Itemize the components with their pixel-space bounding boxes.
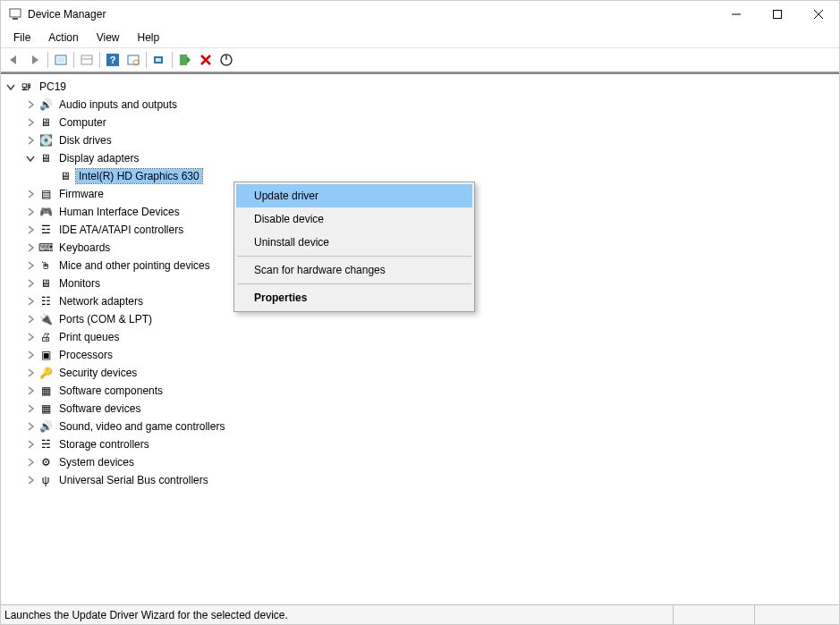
tree-category-15[interactable]: ▦Software components: [24, 382, 839, 400]
tree-category-1[interactable]: 🖥Computer: [24, 114, 839, 131]
tree-category-11[interactable]: 🔌Ports (COM & LPT): [24, 310, 839, 328]
status-text: Launches the Update Driver Wizard for th…: [4, 609, 673, 621]
menu-action[interactable]: Action: [39, 30, 87, 46]
expand-icon[interactable]: [24, 134, 37, 147]
svg-text:🖥: 🖥: [40, 152, 51, 165]
tree-root-node[interactable]: 🖳PC19: [4, 78, 839, 96]
properties-button[interactable]: [77, 50, 97, 70]
tree-category-17-label: Sound, video and game controllers: [56, 419, 227, 434]
expand-icon[interactable]: [24, 295, 37, 308]
expand-icon[interactable]: [24, 331, 37, 343]
enable-device-button[interactable]: [175, 50, 195, 70]
expand-icon[interactable]: [24, 259, 37, 272]
expand-icon[interactable]: [24, 313, 37, 325]
maximize-button[interactable]: [757, 1, 798, 28]
tree-category-17[interactable]: 🔊Sound, video and game controllers: [24, 418, 839, 435]
toolbar-separator: [47, 52, 48, 68]
minimize-button[interactable]: [716, 1, 757, 28]
expand-icon[interactable]: [24, 277, 37, 290]
window-controls: [716, 1, 839, 28]
expand-icon: [44, 170, 56, 182]
svg-text:▣: ▣: [41, 349, 51, 361]
expand-icon[interactable]: [24, 384, 37, 397]
tree-category-3-label: Display adapters: [56, 151, 141, 165]
context-scan-hardware[interactable]: Scan for hardware changes: [236, 258, 472, 282]
svg-text:☲: ☲: [41, 224, 51, 236]
tree-category-14-label: Security devices: [56, 366, 140, 380]
update-driver-button[interactable]: [149, 50, 169, 70]
show-hidden-button[interactable]: [51, 50, 71, 70]
monitor-icon: 🖥: [38, 276, 53, 291]
context-update-driver[interactable]: Update driver: [236, 184, 472, 207]
expand-icon[interactable]: [24, 402, 37, 415]
toolbar: ?: [1, 47, 839, 72]
collapse-icon[interactable]: [4, 80, 17, 93]
toolbar-separator: [99, 52, 100, 68]
tree-category-3[interactable]: 🖥Display adapters: [24, 149, 839, 167]
expand-icon[interactable]: [24, 367, 37, 379]
expand-icon[interactable]: [24, 116, 37, 129]
collapse-icon[interactable]: [24, 152, 37, 165]
tree-category-13[interactable]: ▣Processors: [24, 346, 839, 364]
expand-icon[interactable]: [24, 98, 37, 111]
tree-category-13-label: Processors: [56, 348, 115, 362]
tree-category-18-label: Storage controllers: [56, 437, 152, 452]
close-button[interactable]: [798, 1, 839, 28]
keyboard-icon: ⌨: [38, 241, 53, 255]
expand-icon[interactable]: [24, 456, 37, 469]
disable-device-button[interactable]: [216, 50, 236, 70]
statusbar: Launches the Update Driver Wizard for th…: [1, 604, 839, 624]
tree-category-20-label: Universal Serial Bus controllers: [56, 473, 211, 487]
expand-icon[interactable]: [24, 188, 37, 200]
tree-category-2[interactable]: 💽Disk drives: [24, 131, 839, 149]
svg-text:🖥: 🖥: [60, 170, 71, 182]
context-uninstall-device[interactable]: Uninstall device: [236, 231, 472, 254]
tree-category-5-label: Human Interface Devices: [56, 205, 182, 219]
svg-text:⌨: ⌨: [38, 241, 53, 254]
expand-icon[interactable]: [24, 349, 37, 361]
svg-text:🔌: 🔌: [39, 312, 53, 325]
tree-category-10-label: Network adapters: [56, 294, 146, 308]
help-button[interactable]: ?: [103, 50, 123, 70]
device-tree[interactable]: 🖳PC19🔊Audio inputs and outputs🖥Computer💽…: [1, 72, 839, 604]
scan-button[interactable]: [123, 50, 143, 70]
svg-text:▤: ▤: [41, 188, 51, 200]
security-icon: 🔑: [38, 366, 53, 380]
software-icon: ▦: [38, 401, 53, 416]
speaker-icon: 🔊: [38, 419, 53, 434]
svg-rect-15: [156, 58, 161, 62]
svg-text:▦: ▦: [41, 384, 51, 397]
context-disable-device[interactable]: Disable device: [236, 207, 472, 231]
expand-icon[interactable]: [24, 224, 37, 236]
tree-category-0[interactable]: 🔊Audio inputs and outputs: [24, 96, 839, 114]
forward-button[interactable]: [25, 50, 45, 70]
menu-view[interactable]: View: [88, 30, 129, 46]
tree-category-18[interactable]: ☵Storage controllers: [24, 435, 839, 453]
pc-icon: 🖳: [19, 80, 33, 94]
context-properties[interactable]: Properties: [236, 286, 472, 309]
tree-category-1-label: Computer: [56, 115, 109, 130]
monitor-icon: 🖥: [38, 151, 53, 165]
tree-root-node-label: PC19: [37, 80, 69, 94]
menu-help[interactable]: Help: [129, 30, 169, 46]
menu-file[interactable]: File: [4, 30, 39, 46]
tree-category-14[interactable]: 🔑Security devices: [24, 364, 839, 382]
tree-category-16-label: Software devices: [56, 401, 143, 416]
expand-icon[interactable]: [24, 420, 37, 433]
expand-icon[interactable]: [24, 241, 37, 254]
toolbar-separator: [172, 52, 173, 68]
uninstall-device-button[interactable]: [196, 50, 216, 70]
speaker-icon: 🔊: [38, 97, 53, 112]
expand-icon[interactable]: [24, 438, 37, 451]
svg-rect-8: [81, 55, 92, 64]
system-icon: ⚙: [38, 455, 53, 469]
tree-category-12[interactable]: 🖨Print queues: [24, 328, 839, 346]
svg-text:🔊: 🔊: [39, 97, 53, 111]
tree-category-19[interactable]: ⚙System devices: [24, 453, 839, 471]
tree-category-20[interactable]: ψUniversal Serial Bus controllers: [24, 471, 839, 489]
expand-icon[interactable]: [24, 474, 37, 486]
back-button[interactable]: [4, 50, 24, 70]
expand-icon[interactable]: [24, 206, 37, 218]
titlebar: Device Manager: [1, 1, 839, 28]
tree-category-16[interactable]: ▦Software devices: [24, 400, 839, 418]
